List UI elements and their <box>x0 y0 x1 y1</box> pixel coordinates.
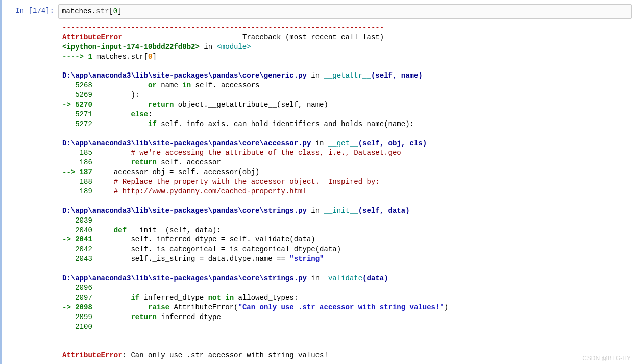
code-segment <box>96 294 131 302</box>
input-cell: In [174]: matches.str[0] <box>2 4 636 19</box>
code-segment: in <box>182 81 191 89</box>
code-segment: self._accessor <box>157 158 221 166</box>
code-segment <box>96 178 114 186</box>
line-number: 2043 <box>62 255 92 263</box>
code-segment <box>96 120 148 128</box>
code-segment: self._info_axis._can_hold_identifiers_an… <box>157 120 414 128</box>
code-segment <box>96 313 131 321</box>
frame-sig: (self, data) <box>358 207 410 215</box>
line-number-arrow: --> 187 <box>62 168 92 176</box>
arrow: ----> 1 <box>62 53 92 61</box>
code-segment: self._is_categorical = is_categorical_dt… <box>96 245 341 253</box>
code-segment: return <box>131 313 156 321</box>
code-segment: self._inferred_dtype = self._validate(da… <box>96 235 315 244</box>
spacer <box>123 33 242 41</box>
line-number: 5268 <box>62 81 92 89</box>
line-number: 2097 <box>62 294 92 302</box>
code-segment: object.__getattribute__(self, name) <box>174 101 328 109</box>
line-number: 5272 <box>62 120 92 128</box>
code-segment: return <box>131 158 156 166</box>
line-number-arrow: -> 2098 <box>62 303 92 311</box>
line-number: 2100 <box>62 323 92 331</box>
code-segment <box>96 110 131 118</box>
code-segment: : <box>148 110 152 118</box>
code-segment: __init__(self, data): <box>127 226 221 234</box>
line-number: 185 <box>62 149 92 157</box>
line-number: 2040 <box>62 226 92 234</box>
line-number: 2096 <box>62 284 92 292</box>
code-segment: inferred_dtype <box>139 294 208 302</box>
code-text: matches.str[0] <box>62 7 122 15</box>
code-segment: # http://www.pydanny.com/cached-property… <box>114 187 307 196</box>
code-segment: accessor_obj = self._accessor(obj) <box>96 168 259 176</box>
input-prompt: In [174]: <box>2 4 58 16</box>
code-input[interactable]: matches.str[0] <box>58 4 632 19</box>
in-kw: in <box>307 207 324 215</box>
code-segment: self._accessors <box>191 81 259 89</box>
code-segment <box>96 303 148 311</box>
code-segment: if <box>131 294 139 302</box>
line-number: 2039 <box>62 216 92 225</box>
frame-path: D:\app\anaconda3\lib\site-packages\panda… <box>62 71 307 80</box>
watermark: CSDN @BTG-HY <box>582 354 631 362</box>
frame-sig: (self, obj, cls) <box>358 139 427 148</box>
in-kw: in <box>200 43 217 51</box>
frame-func: __get__ <box>328 139 358 148</box>
code-segment <box>96 226 114 234</box>
line-number: 2042 <box>62 245 92 253</box>
frame-func: __init__ <box>324 207 358 215</box>
line-number-arrow: -> 2041 <box>62 235 92 244</box>
in-kw: in <box>311 139 328 148</box>
line-number: 5269 <box>62 91 92 99</box>
line-number: 186 <box>62 158 92 166</box>
frame-path: D:\app\anaconda3\lib\site-packages\panda… <box>62 274 307 282</box>
frame-func: _validate <box>324 274 363 282</box>
frame-path: D:\app\anaconda3\lib\site-packages\panda… <box>62 139 311 148</box>
code-segment: raise <box>148 303 169 311</box>
notebook-container: In [174]: matches.str[0] ---------------… <box>0 0 636 364</box>
code-segment: AttributeError( <box>169 303 238 311</box>
code-segment: ) <box>444 303 448 311</box>
code-segment: return <box>148 101 174 109</box>
code-segment: else <box>131 110 148 118</box>
frame-func: __getattr__ <box>324 71 371 80</box>
traceback-label: Traceback (most recent call last) <box>242 33 384 41</box>
code-line-1: matches.str[ <box>92 53 148 61</box>
line-number: 2099 <box>62 313 92 321</box>
error-name: AttributeError <box>62 33 123 41</box>
final-error-name: AttributeError <box>62 351 123 359</box>
final-error-msg: : Can only use .str accessor with string… <box>123 351 328 359</box>
frame-path: D:\app\anaconda3\lib\site-packages\panda… <box>62 207 307 215</box>
module-name: <module> <box>216 43 251 51</box>
code-segment: self._is_string = data.dtype.name == <box>96 255 289 263</box>
line-number: 189 <box>62 187 92 196</box>
code-segment: or <box>148 81 157 89</box>
line-number: 188 <box>62 178 92 186</box>
code-segment: # we're accessing the attribute of the c… <box>131 149 401 157</box>
code-segment: "Can only use .str accessor with string … <box>238 303 444 311</box>
code-segment <box>96 158 131 166</box>
code-segment: inferred_dtype <box>157 313 221 321</box>
line-number-arrow: -> 5270 <box>62 101 92 109</box>
frame-location: <ipython-input-174-10bdd22fd8b2> <box>62 43 200 51</box>
code-segment: def <box>114 226 127 234</box>
code-segment <box>96 149 131 157</box>
code-segment: # Replace the property with the accessor… <box>114 178 380 186</box>
in-kw: in <box>307 274 324 282</box>
hr-line: ----------------------------------------… <box>62 23 384 32</box>
code-segment: allowed_types: <box>234 294 298 302</box>
traceback-output: ----------------------------------------… <box>62 23 632 360</box>
code-segment: name <box>157 81 182 89</box>
line-number: 5271 <box>62 110 92 118</box>
frame-sig: (data) <box>362 274 388 282</box>
code-segment: "string" <box>289 255 324 263</box>
code-segment <box>96 101 148 109</box>
code-segment: ): <box>96 91 139 99</box>
code-segment <box>96 81 148 89</box>
code-suffix: ] <box>152 53 156 61</box>
code-segment: if <box>148 120 157 128</box>
in-kw: in <box>307 71 324 80</box>
code-segment <box>96 187 114 196</box>
frame-sig: (self, name) <box>371 71 423 80</box>
code-segment: not in <box>208 294 234 302</box>
